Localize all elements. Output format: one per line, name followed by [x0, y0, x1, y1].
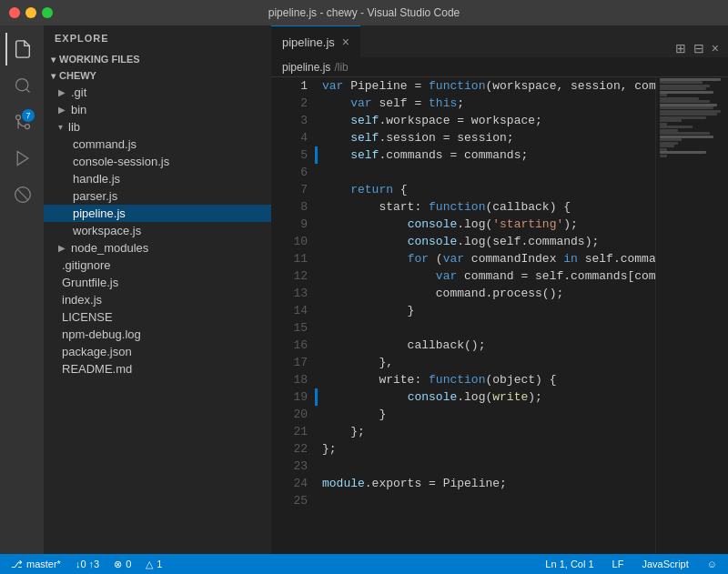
working-files-section: ▾ WORKING FILES — [44, 51, 271, 67]
smiley-status[interactable]: ☺ — [703, 554, 721, 574]
cursor-position-label: Ln 1, Col 1 — [545, 559, 593, 569]
tree-item-lib[interactable]: ▾ lib — [44, 118, 271, 136]
git-activity-icon[interactable]: 7 — [5, 106, 38, 138]
tree-item-workspace-js[interactable]: workspace.js — [44, 222, 271, 239]
line-ending-label: LF — [612, 559, 624, 569]
code-line-8: start: function(callback) { — [322, 198, 655, 216]
working-files-header[interactable]: ▾ WORKING FILES — [44, 51, 271, 67]
working-files-label: WORKING FILES — [59, 54, 140, 65]
code-line-24: module.exports = Pipeline; — [322, 475, 655, 492]
main-area: 7 EXPLORE ▾ WORKING FILES — [0, 25, 728, 554]
code-line-12: var command = self.commands[commandIndex… — [322, 267, 655, 285]
maximize-button[interactable] — [42, 7, 53, 18]
svg-line-6 — [17, 189, 28, 200]
code-line-21: }; — [322, 423, 655, 440]
tree-item-gruntfile[interactable]: Gruntfile.js — [44, 274, 271, 291]
git-sync-label: ↓0 ↑3 — [76, 559, 99, 569]
code-line-3: self.workspace = workspace; — [322, 112, 655, 129]
code-line-17: }, — [322, 354, 655, 371]
search-activity-icon[interactable] — [5, 69, 38, 102]
close-button[interactable] — [9, 7, 20, 18]
tree-item-readme[interactable]: README.md — [44, 360, 271, 378]
code-line-20: } — [322, 406, 655, 423]
smiley-icon: ☺ — [707, 559, 717, 569]
warning-icon: △ — [146, 559, 153, 570]
error-count: 0 — [126, 559, 131, 569]
window-title: pipeline.js - chewy - Visual Studio Code — [268, 6, 460, 19]
tree-item-git[interactable]: ▶ .git — [44, 84, 271, 101]
code-line-15 — [322, 319, 655, 337]
tab-filename: pipeline.js — [282, 35, 335, 49]
breadcrumb-file: pipeline.js — [282, 61, 330, 74]
language-mode[interactable]: JavaScript — [638, 554, 692, 574]
line-numbers: 1 2 3 4 5 6 7 8 9 10 11 12 13 14 15 16 1 — [271, 77, 315, 554]
code-line-9: console.log('starting'); — [322, 216, 655, 233]
code-line-11: for (var commandIndex in self.commands) … — [322, 250, 655, 267]
activity-bar: 7 — [0, 25, 44, 554]
tree-item-command-js[interactable]: command.js — [44, 136, 271, 153]
code-content[interactable]: var Pipeline = function(workspace, sessi… — [315, 77, 655, 554]
code-line-6 — [322, 164, 655, 181]
tree-item-parser-js[interactable]: parser.js — [44, 187, 271, 205]
error-icon: ⊗ — [114, 559, 122, 570]
debug-activity-icon[interactable] — [5, 142, 38, 175]
git-branch-status[interactable]: ⎇ master* — [7, 554, 65, 574]
tab-actions: ⊞ ⊟ × — [666, 39, 728, 57]
extensions-activity-icon[interactable] — [5, 178, 38, 211]
tab-close-button[interactable]: × — [342, 35, 349, 48]
tree-item-index-js[interactable]: index.js — [44, 291, 271, 308]
svg-line-1 — [26, 89, 30, 93]
svg-point-2 — [25, 125, 30, 129]
code-line-25 — [322, 492, 655, 509]
tree-item-license[interactable]: LICENSE — [44, 308, 271, 326]
sidebar: EXPLORE ▾ WORKING FILES ▾ CHEWY ▶ .git — [44, 25, 271, 554]
svg-point-3 — [16, 116, 21, 120]
code-line-2: var self = this; — [322, 95, 655, 112]
breadcrumb: pipeline.js /lib — [271, 57, 728, 77]
tab-pipeline-js[interactable]: pipeline.js × — [271, 25, 360, 57]
cursor-position[interactable]: Ln 1, Col 1 — [541, 554, 597, 574]
minimap — [655, 77, 728, 554]
minimize-button[interactable] — [25, 7, 36, 18]
tree-item-package-json[interactable]: package.json — [44, 343, 271, 360]
more-actions-button[interactable]: ⊟ — [692, 39, 706, 57]
tree-item-pipeline-js[interactable]: pipeline.js — [44, 205, 271, 222]
tree-item-node-modules[interactable]: ▶ node_modules — [44, 239, 271, 257]
sidebar-header: EXPLORE — [44, 25, 271, 51]
tree-item-gitignore[interactable]: .gitignore — [44, 257, 271, 274]
tab-bar: pipeline.js × ⊞ ⊟ × — [271, 25, 728, 57]
code-line-18: write: function(object) { — [322, 371, 655, 388]
git-sync-status[interactable]: ↓0 ↑3 — [72, 554, 103, 574]
git-branch-label: master* — [26, 559, 61, 569]
close-editor-button[interactable]: × — [710, 39, 721, 57]
language-label: JavaScript — [642, 559, 688, 569]
code-line-13: command.process(); — [322, 285, 655, 302]
app: 7 EXPLORE ▾ WORKING FILES — [0, 25, 728, 574]
split-editor-button[interactable]: ⊞ — [673, 39, 688, 57]
tree-item-console-session-js[interactable]: console-session.js — [44, 153, 271, 170]
chewy-label: CHEWY — [59, 70, 96, 81]
code-line-1: var Pipeline = function(workspace, sessi… — [322, 77, 655, 95]
status-bar: ⎇ master* ↓0 ↑3 ⊗ 0 △ 1 Ln 1, Col 1 LF — [0, 554, 728, 574]
tree-item-bin[interactable]: ▶ bin — [44, 101, 271, 118]
code-line-14: } — [322, 302, 655, 319]
code-line-19: console.log(write); — [322, 388, 655, 406]
chewy-arrow: ▾ — [51, 71, 56, 81]
code-line-5: self.commands = commands; — [322, 146, 655, 164]
working-files-arrow: ▾ — [51, 55, 56, 65]
editor-area: pipeline.js × ⊞ ⊟ × pipeline.js /lib 1 — [271, 25, 728, 554]
tree-item-npm-debug[interactable]: npm-debug.log — [44, 326, 271, 343]
git-branch-icon: ⎇ — [11, 559, 23, 570]
warning-status[interactable]: △ 1 — [142, 554, 166, 574]
code-line-10: console.log(self.commands); — [322, 233, 655, 250]
line-ending[interactable]: LF — [609, 554, 628, 574]
code-editor[interactable]: 1 2 3 4 5 6 7 8 9 10 11 12 13 14 15 16 1 — [271, 77, 728, 554]
tree-item-handle-js[interactable]: handle.js — [44, 170, 271, 187]
git-badge: 7 — [22, 109, 35, 122]
chewy-header[interactable]: ▾ CHEWY — [44, 67, 271, 84]
code-line-4: self.session = session; — [322, 129, 655, 146]
traffic-lights — [9, 7, 53, 18]
files-activity-icon[interactable] — [5, 33, 38, 65]
error-status[interactable]: ⊗ 0 — [110, 554, 135, 574]
svg-point-0 — [16, 79, 28, 91]
